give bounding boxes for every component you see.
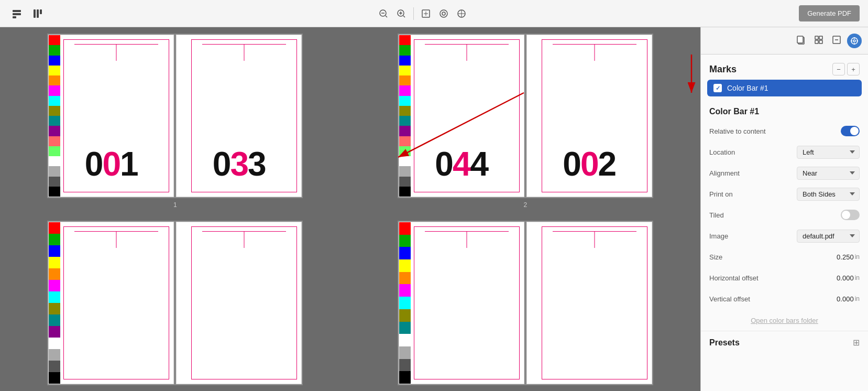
panel-grid-btn[interactable]	[811, 32, 826, 49]
presets-grid-icon[interactable]: ⊞	[853, 338, 860, 347]
panel-toolbar	[701, 27, 868, 55]
svg-rect-26	[797, 36, 803, 43]
page-number-002: 002	[527, 147, 652, 181]
page-spread-4	[398, 221, 653, 385]
mark-item-label: Color Bar #1	[727, 84, 768, 92]
vertical-offset-unit: in	[855, 295, 860, 302]
right-panel: Marks − + Color Bar #1 Color Bar #1 Rela…	[700, 27, 868, 391]
svg-rect-5	[40, 9, 42, 14]
zoom-out-btn[interactable]	[376, 6, 391, 21]
horizontal-offset-value: 0.000	[837, 274, 854, 282]
svg-rect-27	[815, 36, 818, 39]
zoom-fit-btn[interactable]	[418, 6, 434, 21]
zoom-in-btn[interactable]	[393, 6, 409, 21]
prop-label-vertical-offset: Vertical offset	[709, 295, 777, 303]
print-on-select[interactable]: Both Sides Front Only Back Only	[797, 188, 860, 201]
svg-rect-3	[34, 9, 36, 18]
alignment-select[interactable]: Near Center Far	[797, 167, 860, 180]
toolbar-divider	[413, 7, 414, 20]
page-box-002: 002	[526, 35, 652, 197]
open-folder-link: Open color bars folder	[709, 312, 860, 327]
marks-minus-btn[interactable]: −	[832, 63, 845, 75]
page-box-4a	[399, 222, 524, 384]
page-box-003: 033	[176, 35, 302, 197]
main-toolbar: Generate PDF	[0, 0, 868, 27]
rows-view-btn[interactable]	[8, 5, 25, 22]
svg-point-16	[440, 10, 447, 17]
panel-copy-btn[interactable]	[794, 32, 808, 49]
svg-rect-29	[815, 40, 818, 44]
svg-line-8	[386, 16, 387, 17]
svg-rect-28	[819, 36, 822, 39]
prop-print-on: Print on Both Sides Front Only Back Only	[709, 187, 860, 201]
open-color-bars-folder-link[interactable]: Open color bars folder	[751, 317, 818, 324]
prop-location: Location Left Right Top Bottom	[709, 145, 860, 159]
zoom-page-btn[interactable]	[454, 6, 469, 21]
page-number-001: 001	[49, 147, 173, 181]
prop-relative-to-content: Relative to content	[709, 124, 860, 138]
prop-value-relative	[777, 126, 860, 136]
page-box-004: 044	[399, 35, 524, 197]
page-number-004: 044	[399, 147, 524, 181]
panel-expand-btn[interactable]	[829, 32, 844, 49]
spread-label-2: 2	[523, 201, 527, 209]
toolbar-left	[8, 5, 46, 22]
location-select[interactable]: Left Right Top Bottom	[797, 146, 860, 159]
svg-rect-1	[13, 13, 21, 15]
page-spread-3	[47, 221, 303, 385]
page-border-4b	[542, 226, 647, 379]
page-box-001: 001	[48, 35, 174, 197]
toolbar-center	[50, 6, 795, 21]
mark-item-color-bar-1[interactable]: Color Bar #1	[707, 80, 862, 96]
marks-header: Marks − +	[701, 55, 868, 80]
cols-view-btn[interactable]	[29, 5, 46, 22]
prop-label-relative: Relative to content	[709, 127, 777, 135]
horizontal-offset-unit: in	[855, 274, 860, 281]
prop-label-tiled: Tiled	[709, 211, 777, 219]
prop-label-location: Location	[709, 148, 777, 156]
canvas-cell-3	[0, 213, 350, 391]
prop-image: Image default.pdf	[709, 229, 860, 243]
prop-value-print-on: Both Sides Front Only Back Only	[777, 188, 860, 201]
canvas-cell-2: 044 002 2	[350, 27, 701, 213]
page-border-3b	[191, 226, 297, 379]
tiled-toggle[interactable]	[841, 210, 860, 220]
presets-title: Presets	[709, 338, 740, 347]
canvas-cell-1: 001 033 1	[0, 27, 350, 213]
size-value: 0.250	[837, 253, 854, 261]
prop-value-alignment: Near Center Far	[777, 167, 860, 180]
page-box-4b	[526, 222, 652, 384]
spread-label-1: 1	[173, 201, 177, 209]
marks-title: Marks	[709, 64, 737, 75]
prop-label-size: Size	[709, 253, 777, 261]
canvas-area: 001 033 1	[0, 27, 700, 391]
page-box-3a	[48, 222, 174, 384]
prop-value-horizontal-offset: 0.000 in	[777, 274, 860, 282]
prop-value-tiled	[777, 210, 860, 220]
svg-rect-0	[13, 10, 21, 12]
page-number-003: 033	[177, 147, 301, 181]
page-box-3b	[176, 222, 302, 384]
svg-point-34	[853, 40, 855, 42]
svg-rect-30	[819, 40, 822, 44]
canvas-cell-4	[350, 213, 701, 391]
marks-action-btns: − +	[832, 63, 860, 75]
prop-label-alignment: Alignment	[709, 169, 777, 177]
toolbar-right: Generate PDF	[799, 5, 860, 21]
marks-plus-btn[interactable]: +	[847, 63, 860, 75]
zoom-100-btn[interactable]	[436, 6, 452, 21]
prop-label-horizontal-offset: Horizontal offset	[709, 274, 777, 282]
relative-toggle[interactable]	[841, 126, 860, 136]
svg-rect-4	[37, 9, 39, 18]
prop-horizontal-offset: Horizontal offset 0.000 in	[709, 270, 860, 285]
panel-target-btn[interactable]	[847, 34, 862, 48]
generate-pdf-btn[interactable]: Generate PDF	[799, 5, 860, 21]
image-select[interactable]: default.pdf	[797, 230, 860, 243]
mark-item-checkbox[interactable]	[713, 84, 722, 92]
color-bar-3a	[49, 222, 60, 384]
vertical-offset-value: 0.000	[837, 295, 854, 303]
prop-value-image: default.pdf	[777, 230, 860, 243]
svg-point-17	[442, 12, 445, 15]
props-title: Color Bar #1	[709, 107, 860, 116]
prop-vertical-offset: Vertical offset 0.000 in	[709, 291, 860, 306]
